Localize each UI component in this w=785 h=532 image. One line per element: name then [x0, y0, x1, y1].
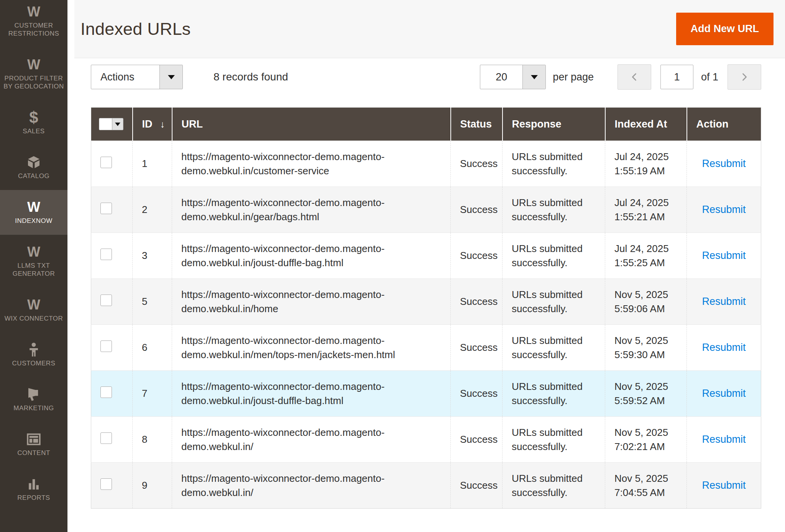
sidebar-item-indexnow[interactable]: W INDEXNOW: [0, 190, 67, 235]
row-checkbox[interactable]: [100, 432, 112, 444]
column-header-action: Action: [687, 108, 761, 141]
row-checkbox[interactable]: [100, 478, 112, 490]
table-row: 8 https://magento-wixconnector-demo.mage…: [91, 417, 761, 463]
column-header-status[interactable]: Status: [451, 108, 503, 141]
chevron-down-icon[interactable]: [522, 65, 545, 89]
cell-url: https://magento-wixconnector-demo.magent…: [181, 196, 406, 224]
row-checkbox[interactable]: [100, 386, 112, 398]
table-row: 6 https://magento-wixconnector-demo.mage…: [91, 325, 761, 371]
resubmit-link[interactable]: Resubmit: [702, 480, 746, 491]
row-checkbox[interactable]: [100, 157, 112, 168]
bar-chart-icon: [2, 476, 65, 492]
sidebar-item-customers[interactable]: CUSTOMERS: [0, 332, 67, 377]
cell-url: https://magento-wixconnector-demo.magent…: [181, 380, 406, 408]
per-page-label: per page: [553, 71, 594, 83]
page-number-input[interactable]: 1: [660, 65, 693, 89]
per-page-dropdown[interactable]: 20: [480, 65, 546, 89]
row-checkbox[interactable]: [100, 203, 112, 214]
records-found-text: 8 records found: [213, 71, 288, 83]
next-page-button[interactable]: [728, 64, 761, 90]
cell-indexed-at: Jul 24, 2025 1:55:21 AM: [614, 196, 683, 224]
chevron-right-icon: [739, 71, 750, 83]
cell-status: Success: [451, 233, 503, 279]
table-row: 5 https://magento-wixconnector-demo.mage…: [91, 279, 761, 325]
main-content: Indexed URLs Add New URL Actions 8 recor…: [67, 0, 785, 532]
resubmit-link[interactable]: Resubmit: [702, 250, 746, 261]
select-all-checkbox[interactable]: [99, 118, 112, 130]
chevron-down-icon[interactable]: [159, 65, 182, 89]
sidebar-item-product-filter-by-geolocation[interactable]: W PRODUCT FILTER BY GEOLOCATION: [0, 47, 67, 100]
cell-id: 5: [133, 279, 172, 325]
column-header-indexed-at[interactable]: Indexed At: [605, 108, 687, 141]
cell-status: Success: [451, 325, 503, 371]
sidebar-item-customer-restrictions[interactable]: W CUSTOMER RESTRICTIONS: [0, 0, 67, 47]
cell-id: 6: [133, 325, 172, 371]
cell-id: 1: [133, 141, 172, 187]
cell-id: 8: [133, 417, 172, 463]
add-new-url-button[interactable]: Add New URL: [676, 13, 774, 45]
row-checkbox[interactable]: [100, 340, 112, 352]
resubmit-link[interactable]: Resubmit: [702, 434, 746, 445]
cell-id: 9: [133, 463, 172, 509]
chevron-left-icon: [629, 71, 640, 83]
table-row: 3 https://magento-wixconnector-demo.mage…: [91, 233, 761, 279]
resubmit-link[interactable]: Resubmit: [702, 296, 746, 307]
cell-indexed-at: Jul 24, 2025 1:55:25 AM: [614, 242, 683, 270]
table-row: 9 https://magento-wixconnector-demo.mage…: [91, 463, 761, 509]
cell-indexed-at: Nov 5, 2025 7:02:21 AM: [614, 426, 683, 454]
column-header-id[interactable]: ID↓: [133, 108, 172, 141]
person-icon: [2, 342, 65, 358]
cell-indexed-at: Nov 5, 2025 7:04:55 AM: [614, 471, 683, 500]
resubmit-link[interactable]: Resubmit: [702, 342, 746, 353]
indexed-urls-table: ID↓ URL Status Response Indexed At Actio…: [91, 107, 761, 509]
cell-url: https://magento-wixconnector-demo.magent…: [181, 150, 406, 178]
package-icon: [2, 154, 65, 170]
row-checkbox[interactable]: [100, 295, 112, 306]
cell-status: Success: [451, 371, 503, 417]
sidebar-item-llms-txt-generator[interactable]: W LLMS TXT GENERATOR: [0, 235, 67, 288]
cell-url: https://magento-wixconnector-demo.magent…: [181, 288, 406, 316]
cell-response: URLs submitted successfully.: [512, 471, 590, 500]
cell-id: 3: [133, 233, 172, 279]
table-header-row: ID↓ URL Status Response Indexed At Actio…: [91, 108, 761, 141]
sidebar-item-content[interactable]: CONTENT: [0, 422, 67, 467]
cell-url: https://magento-wixconnector-demo.magent…: [181, 426, 406, 454]
webkul-w-icon: W: [2, 297, 65, 313]
page-header: Indexed URLs Add New URL: [74, 0, 785, 58]
sidebar-item-marketing[interactable]: MARKETING: [0, 377, 67, 422]
cell-status: Success: [451, 417, 503, 463]
megaphone-icon: [2, 386, 65, 403]
actions-dropdown[interactable]: Actions: [91, 65, 183, 89]
cell-status: Success: [451, 279, 503, 325]
sidebar-item-reports[interactable]: REPORTS: [0, 467, 67, 512]
cell-response: URLs submitted successfully.: [512, 242, 590, 270]
cell-url: https://magento-wixconnector-demo.magent…: [181, 471, 406, 500]
table-row: 2 https://magento-wixconnector-demo.mage…: [91, 187, 761, 233]
cell-indexed-at: Nov 5, 2025 5:59:52 AM: [614, 380, 683, 408]
column-header-response[interactable]: Response: [503, 108, 605, 141]
cell-url: https://magento-wixconnector-demo.magent…: [181, 334, 406, 362]
select-all-dropdown[interactable]: [99, 118, 123, 130]
webkul-w-icon: W: [2, 57, 65, 73]
sidebar-item-sales[interactable]: $ SALES: [0, 100, 67, 145]
sidebar-item-wix-connector[interactable]: W WIX CONNECTOR: [0, 288, 67, 332]
table-row-highlighted: 7 https://magento-wixconnector-demo.mage…: [91, 371, 761, 417]
actions-dropdown-value: Actions: [91, 65, 159, 89]
webkul-w-icon: W: [2, 4, 65, 20]
sidebar: W CUSTOMER RESTRICTIONS W PRODUCT FILTER…: [0, 0, 67, 532]
cell-indexed-at: Nov 5, 2025 5:59:06 AM: [614, 288, 683, 316]
previous-page-button[interactable]: [617, 64, 651, 90]
resubmit-link[interactable]: Resubmit: [702, 388, 746, 399]
content-icon: [2, 431, 65, 447]
cell-status: Success: [451, 187, 503, 233]
resubmit-link[interactable]: Resubmit: [702, 158, 746, 169]
cell-response: URLs submitted successfully.: [512, 334, 590, 362]
page-of-label: of 1: [701, 71, 718, 83]
cell-indexed-at: Jul 24, 2025 1:55:19 AM: [614, 150, 683, 178]
sidebar-item-catalog[interactable]: CATALOG: [0, 145, 67, 190]
page-title: Indexed URLs: [80, 19, 191, 39]
chevron-down-icon[interactable]: [112, 118, 123, 130]
column-header-url[interactable]: URL: [172, 108, 451, 141]
row-checkbox[interactable]: [100, 249, 112, 260]
resubmit-link[interactable]: Resubmit: [702, 204, 746, 215]
